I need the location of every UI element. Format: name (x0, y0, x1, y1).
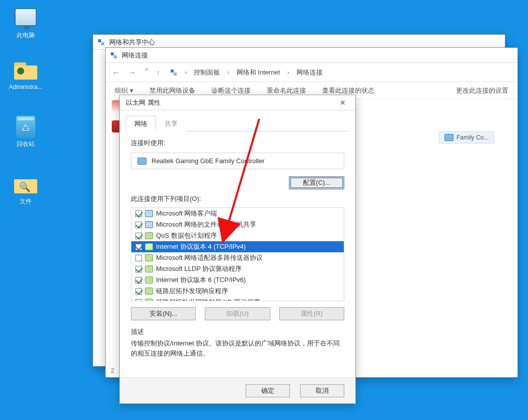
checkbox[interactable] (135, 211, 142, 217)
protocol-icon (145, 276, 153, 284)
cmd-disable-device[interactable]: 禁用此网络设备 (149, 86, 195, 95)
tab-network[interactable]: 网络 (126, 116, 156, 131)
button-label: 安装(N)... (149, 309, 177, 318)
install-button[interactable]: 安装(N)... (131, 307, 196, 320)
cmd-diagnose[interactable]: 诊断这个连接 (211, 86, 251, 95)
checkbox[interactable] (135, 233, 142, 239)
checkbox[interactable] (135, 222, 142, 228)
item-count: 2 (111, 367, 114, 374)
protocol-label: Internet 协议版本 6 (TCP/IPv6) (156, 275, 246, 285)
button-label: 配置(C)... (303, 178, 331, 187)
desktop-icon-user-folder[interactable]: Administra... (6, 59, 45, 91)
breadcrumb[interactable]: 控制面板 (194, 68, 220, 77)
window-title: 网络和共享中心 (109, 38, 155, 47)
checkbox[interactable] (135, 255, 142, 261)
protocol-label: Microsoft 网络适配器多路传送器协议 (156, 253, 263, 262)
protocol-icon (145, 243, 153, 250)
cmd-organize[interactable]: 组织 ▾ (115, 86, 133, 95)
protocol-item[interactable]: QoS 数据包计划程序 (131, 230, 344, 241)
breadcrumb[interactable]: 网络连接 (296, 68, 323, 77)
chevron-right-icon: › (183, 68, 189, 76)
connect-using-label: 连接时使用: (131, 138, 344, 148)
protocol-icon (145, 265, 153, 272)
desktop-label: 文件 (6, 197, 45, 206)
protocol-buttons: 安装(N)... 卸载(U) 属性(R) (131, 307, 344, 320)
protocol-icon (145, 254, 153, 261)
cmd-change-settings[interactable]: 更改此连接的设置 (456, 86, 508, 95)
adapter-icon (137, 158, 146, 165)
protocol-label: Microsoft 网络客户端 (156, 209, 217, 218)
desktop-icon-recycle-bin[interactable]: 回收站 (6, 116, 45, 149)
configure-button[interactable]: 配置(C)... (289, 176, 344, 189)
checkbox[interactable] (135, 266, 142, 272)
adapter-name: Realtek Gaming GbE Family Controller (152, 157, 265, 165)
adapter-box: Realtek Gaming GbE Family Controller (131, 153, 344, 169)
close-button[interactable]: ✕ (333, 99, 352, 107)
desktop-icon-files[interactable]: 文件 (6, 173, 45, 206)
window-title: 网络连接 (122, 51, 148, 60)
chevron-right-icon: › (285, 68, 291, 76)
protocol-item[interactable]: Internet 协议版本 6 (TCP/IPv6) (131, 274, 344, 286)
desktop-label: Administra... (6, 84, 45, 91)
computer-icon (15, 8, 37, 26)
address-bar: ← → ˅ ↑ › 控制面板 › 网络和 Internet › 网络连接 (106, 63, 517, 82)
folder-search-icon (14, 174, 37, 193)
cmd-view-status[interactable]: 查看此连接的状态 (322, 86, 374, 95)
protocol-item[interactable]: Internet 协议版本 4 (TCP/IPv4) (131, 241, 344, 252)
protocol-item[interactable]: 链路层拓扑发现响应程序 (131, 286, 344, 297)
recycle-bin-icon (16, 116, 35, 138)
button-label: 卸载(U) (227, 309, 249, 318)
protocol-label: QoS 数据包计划程序 (156, 231, 217, 240)
forward-button[interactable]: → (127, 68, 138, 77)
protocol-label: Internet 协议版本 4 (TCP/IPv4) (156, 242, 246, 251)
cmd-rename[interactable]: 重命名此连接 (267, 86, 306, 95)
description-text: 传输控制协议/Internet 协议。该协议是默认的广域网络协议，用于在不同的相… (131, 338, 344, 358)
breadcrumb[interactable]: 网络和 Internet (237, 68, 280, 77)
button-label: 确定 (261, 386, 274, 395)
protocol-item[interactable]: Microsoft 网络的文件和打印机共享 (131, 219, 344, 230)
button-label: 属性(R) (300, 309, 323, 318)
protocol-item[interactable]: Microsoft 网络客户端 (131, 208, 344, 219)
tab-share[interactable]: 共享 (156, 116, 186, 131)
chevron-right-icon: › (225, 68, 231, 76)
up-button[interactable]: ↑ (155, 68, 162, 77)
network-adapter-item[interactable]: Family Co... (439, 131, 494, 144)
recent-dropdown[interactable]: ˅ (143, 67, 150, 77)
desktop-label: 回收站 (6, 140, 45, 149)
desktop-icon-this-pc[interactable]: 此电脑 (6, 8, 45, 40)
cancel-button[interactable]: 取消 (300, 384, 344, 397)
adapter-icon (444, 134, 454, 141)
ok-button[interactable]: 确定 (246, 384, 290, 397)
tab-row: 网络 共享 (126, 115, 349, 131)
uses-items-label: 此连接使用下列项目(O): (131, 194, 344, 203)
description-label: 描述 (131, 327, 344, 336)
protocol-item[interactable]: Microsoft LLDP 协议驱动程序 (131, 263, 344, 274)
protocol-item[interactable]: Microsoft 网络适配器多路传送器协议 (131, 252, 344, 263)
folder-icon (14, 60, 37, 80)
dialog-title: 以太网 属性 (126, 98, 161, 107)
protocol-label: 链路层拓扑发现映射器 I/O 驱动程序 (156, 298, 260, 301)
tab-label: 网络 (134, 120, 147, 127)
network-icon (97, 38, 105, 46)
protocol-item[interactable]: 链路层拓扑发现映射器 I/O 驱动程序 (131, 297, 344, 301)
protocol-label: Microsoft 网络的文件和打印机共享 (156, 220, 256, 229)
protocol-icon (145, 232, 153, 239)
checkbox[interactable] (135, 277, 142, 284)
uninstall-button[interactable]: 卸载(U) (205, 307, 270, 320)
protocol-icon (145, 288, 153, 295)
protocol-icon (145, 221, 153, 228)
protocol-icon (145, 210, 153, 217)
checkbox[interactable] (135, 288, 142, 295)
checkbox[interactable] (135, 299, 142, 302)
protocol-list[interactable]: Microsoft 网络客户端Microsoft 网络的文件和打印机共享QoS … (131, 207, 344, 301)
titlebar[interactable]: 网络连接 (106, 48, 517, 63)
dialog-ethernet-properties: 以太网 属性 ✕ 网络 共享 连接时使用: Realtek Gaming GbE… (119, 95, 356, 404)
checkbox[interactable] (135, 244, 142, 250)
protocol-label: Microsoft LLDP 协议驱动程序 (156, 264, 242, 273)
back-button[interactable]: ← (111, 68, 122, 77)
button-label: 取消 (316, 386, 329, 395)
properties-button[interactable]: 属性(R) (279, 307, 344, 320)
protocol-label: 链路层拓扑发现响应程序 (156, 287, 228, 296)
dialog-titlebar[interactable]: 以太网 属性 ✕ (120, 95, 355, 110)
network-icon (170, 68, 178, 77)
